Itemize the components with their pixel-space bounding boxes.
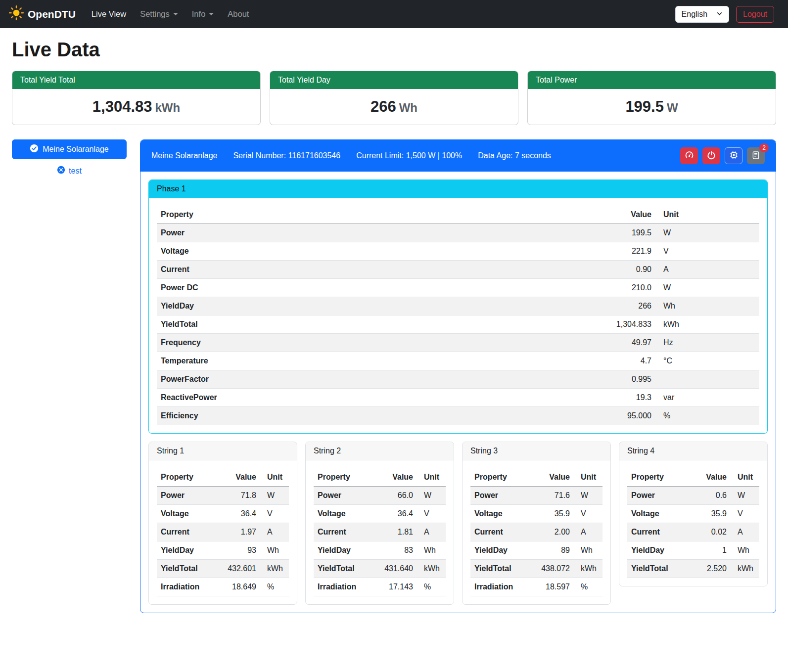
table-header-row: Property Value Unit — [314, 468, 446, 487]
column-header-value: Value — [690, 468, 731, 487]
logout-button[interactable]: Logout — [736, 6, 774, 23]
inverter-serial: Serial Number: 116171603546 — [233, 151, 340, 160]
value-cell: 1.97 — [220, 523, 260, 541]
property-cell: Current — [314, 523, 376, 541]
string-title: String 1 — [149, 442, 297, 460]
value-cell: 210.0 — [596, 279, 655, 297]
limit-settings-button[interactable] — [680, 147, 698, 164]
unit-cell: Wh — [655, 297, 759, 315]
language-select-value: English — [682, 10, 707, 19]
property-cell: YieldTotal — [470, 560, 533, 578]
nav-live-view[interactable]: Live View — [85, 5, 133, 23]
inverter-panel-header: Meine Solaranlage Serial Number: 1161716… — [140, 140, 776, 172]
nav-settings[interactable]: Settings — [133, 5, 185, 23]
property-cell: YieldTotal — [627, 560, 690, 578]
table-header-row: Property Value Unit — [627, 468, 759, 487]
power-settings-button[interactable] — [702, 147, 720, 164]
column-header-property: Property — [314, 468, 376, 487]
value-cell: 49.97 — [596, 334, 655, 352]
value-cell: 71.6 — [533, 487, 574, 505]
property-cell: YieldTotal — [157, 560, 220, 578]
unit-cell: Wh — [731, 541, 759, 560]
unit-cell: kWh — [260, 560, 289, 578]
string-title: String 4 — [619, 442, 767, 460]
property-cell: YieldDay — [627, 541, 690, 560]
property-cell: Power DC — [157, 279, 596, 297]
table-header-row: Property Value Unit — [470, 468, 603, 487]
phase-table: Property Value Unit Power199.5W Voltage2… — [157, 206, 759, 425]
value-cell: 83 — [376, 541, 417, 560]
summary-unit: kWh — [155, 101, 181, 114]
summary-card-value: 199.5W — [528, 89, 776, 125]
unit-cell: A — [655, 261, 759, 279]
table-row: YieldDay93Wh — [157, 541, 289, 560]
event-log-button[interactable]: 2 — [747, 147, 765, 164]
property-cell: Power — [157, 487, 220, 505]
phase-card: Phase 1 Property Value Unit — [148, 179, 768, 434]
unit-cell: A — [574, 523, 603, 541]
string-card-2: String 2 Property Value Unit — [305, 442, 454, 605]
property-cell: Current — [157, 261, 596, 279]
property-cell: Irradiation — [157, 578, 220, 596]
sidebar-item-meine-solaranlage[interactable]: Meine Solaranlage — [12, 139, 127, 159]
column-header-unit: Unit — [417, 468, 446, 487]
table-row: Current1.97A — [157, 523, 289, 541]
property-cell: YieldDay — [157, 297, 596, 315]
value-cell: 0.90 — [596, 261, 655, 279]
string-card-4: String 4 Property Value Unit — [619, 442, 768, 586]
unit-cell: % — [260, 578, 289, 596]
language-select[interactable]: English — [675, 6, 729, 23]
unit-cell: var — [655, 389, 759, 407]
nav-about[interactable]: About — [221, 5, 256, 23]
property-cell: Voltage — [157, 242, 596, 261]
unit-cell: °C — [655, 352, 759, 370]
summary-card-value: 266Wh — [270, 89, 518, 125]
table-row: YieldDay1Wh — [627, 541, 759, 560]
property-cell: Irradiation — [470, 578, 533, 596]
value-cell: 0.6 — [690, 487, 731, 505]
column-header-property: Property — [470, 468, 533, 487]
string-table: Property Value Unit Power71.6W Voltage35… — [470, 468, 603, 596]
inverter-limit: Current Limit: 1,500 W | 100% — [356, 151, 462, 160]
property-cell: PowerFactor — [157, 370, 596, 389]
column-header-value: Value — [220, 468, 260, 487]
summary-value: 266 — [371, 98, 396, 115]
column-header-property: Property — [157, 468, 220, 487]
page-title: Live Data — [12, 39, 776, 61]
property-cell: Frequency — [157, 334, 596, 352]
table-row: Frequency49.97Hz — [157, 334, 759, 352]
table-row: Efficiency95.000% — [157, 407, 759, 425]
brand-label: OpenDTU — [28, 8, 76, 20]
unit-cell: Wh — [260, 541, 289, 560]
value-cell: 431.640 — [376, 560, 417, 578]
value-cell: 1,304.833 — [596, 315, 655, 334]
property-cell: Efficiency — [157, 407, 596, 425]
inverter-sidebar: Meine Solaranlage test — [12, 139, 127, 176]
value-cell: 0.02 — [690, 523, 731, 541]
sun-logo-icon — [9, 5, 24, 23]
string-table: Property Value Unit Power0.6W Voltage35.… — [627, 468, 759, 578]
property-cell: Voltage — [157, 505, 220, 523]
column-header-value: Value — [533, 468, 574, 487]
table-row: PowerFactor0.995 — [157, 370, 759, 389]
nav-info[interactable]: Info — [185, 5, 221, 23]
table-row: Power0.6W — [627, 487, 759, 505]
brand[interactable]: OpenDTU — [9, 5, 76, 23]
property-cell: Voltage — [627, 505, 690, 523]
unit-cell: W — [417, 487, 446, 505]
table-row: Temperature4.7°C — [157, 352, 759, 370]
unit-cell: W — [260, 487, 289, 505]
value-cell: 17.143 — [376, 578, 417, 596]
unit-cell: W — [655, 279, 759, 297]
table-row: Power DC210.0W — [157, 279, 759, 297]
summary-card-total-power: Total Power 199.5W — [527, 71, 776, 125]
check-circle-icon — [30, 144, 39, 155]
strings-row: String 1 Property Value Unit — [148, 442, 768, 605]
column-header-property: Property — [157, 206, 596, 224]
value-cell: 89 — [533, 541, 574, 560]
device-info-button[interactable] — [725, 147, 742, 164]
sidebar-item-test[interactable]: test — [12, 166, 127, 176]
table-row: YieldTotal431.640kWh — [314, 560, 446, 578]
table-row: Irradiation18.649% — [157, 578, 289, 596]
table-row: ReactivePower19.3var — [157, 389, 759, 407]
